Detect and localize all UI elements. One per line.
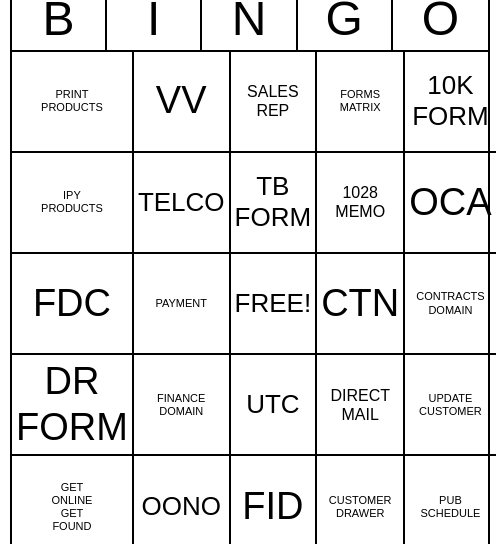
cell-text-1-0: IPY PRODUCTS xyxy=(41,189,103,215)
cell-text-3-0: DR FORM xyxy=(16,359,128,450)
header-letter-O: O xyxy=(393,0,488,50)
bingo-cell-0-2: SALES REP xyxy=(231,52,318,153)
bingo-cell-1-0: IPY PRODUCTS xyxy=(12,153,134,254)
cell-text-2-2: FREE! xyxy=(235,288,312,319)
cell-text-2-4: CONTRACTS DOMAIN xyxy=(416,290,484,316)
bingo-cell-3-0: DR FORM xyxy=(12,355,134,456)
bingo-grid: PRINT PRODUCTSVVSALES REPFORMS MATRIX10K… xyxy=(12,52,488,544)
bingo-cell-2-1: PAYMENT xyxy=(134,254,231,355)
bingo-cell-3-1: FINANCE DOMAIN xyxy=(134,355,231,456)
cell-text-4-4: PUB SCHEDULE xyxy=(420,494,480,520)
cell-text-3-2: UTC xyxy=(246,389,299,420)
cell-text-1-4: OCA xyxy=(409,180,491,226)
bingo-cell-0-3: FORMS MATRIX xyxy=(317,52,405,153)
bingo-cell-3-4: UPDATE CUSTOMER xyxy=(405,355,495,456)
bingo-header: BINGO xyxy=(12,0,488,52)
bingo-cell-2-0: FDC xyxy=(12,254,134,355)
bingo-cell-2-4: CONTRACTS DOMAIN xyxy=(405,254,495,355)
cell-text-2-1: PAYMENT xyxy=(155,297,207,310)
cell-text-4-1: OONO xyxy=(141,491,220,522)
cell-text-3-4: UPDATE CUSTOMER xyxy=(419,392,482,418)
cell-text-0-0: PRINT PRODUCTS xyxy=(41,88,103,114)
header-letter-G: G xyxy=(298,0,393,50)
cell-text-2-3: CTN xyxy=(321,281,399,327)
cell-text-1-2: TB FORM xyxy=(235,171,312,233)
cell-text-0-1: VV xyxy=(156,78,207,124)
bingo-cell-1-2: TB FORM xyxy=(231,153,318,254)
header-letter-I: I xyxy=(107,0,202,50)
bingo-cell-4-3: CUSTOMER DRAWER xyxy=(317,456,405,544)
cell-text-4-0: GET ONLINE GET FOUND xyxy=(51,481,92,534)
bingo-cell-0-0: PRINT PRODUCTS xyxy=(12,52,134,153)
header-letter-B: B xyxy=(12,0,107,50)
cell-text-1-1: TELCO xyxy=(138,187,225,218)
bingo-cell-2-2: FREE! xyxy=(231,254,318,355)
cell-text-1-3: 1028 MEMO xyxy=(335,183,385,221)
bingo-cell-3-3: DIRECT MAIL xyxy=(317,355,405,456)
cell-text-3-3: DIRECT MAIL xyxy=(330,386,390,424)
cell-text-4-3: CUSTOMER DRAWER xyxy=(329,494,392,520)
bingo-cell-1-1: TELCO xyxy=(134,153,231,254)
bingo-cell-4-0: GET ONLINE GET FOUND xyxy=(12,456,134,544)
bingo-cell-4-4: PUB SCHEDULE xyxy=(405,456,495,544)
cell-text-3-1: FINANCE DOMAIN xyxy=(157,392,205,418)
bingo-cell-0-1: VV xyxy=(134,52,231,153)
cell-text-0-2: SALES REP xyxy=(247,82,299,120)
bingo-cell-0-4: 10K FORM xyxy=(405,52,495,153)
header-letter-N: N xyxy=(202,0,297,50)
bingo-cell-4-1: OONO xyxy=(134,456,231,544)
cell-text-0-3: FORMS MATRIX xyxy=(340,88,381,114)
bingo-card: BINGO PRINT PRODUCTSVVSALES REPFORMS MAT… xyxy=(10,0,490,544)
bingo-cell-2-3: CTN xyxy=(317,254,405,355)
bingo-cell-1-3: 1028 MEMO xyxy=(317,153,405,254)
bingo-cell-4-2: FID xyxy=(231,456,318,544)
cell-text-0-4: 10K FORM xyxy=(412,70,489,132)
cell-text-4-2: FID xyxy=(242,484,303,530)
bingo-cell-3-2: UTC xyxy=(231,355,318,456)
cell-text-2-0: FDC xyxy=(33,281,111,327)
bingo-cell-1-4: OCA xyxy=(405,153,495,254)
